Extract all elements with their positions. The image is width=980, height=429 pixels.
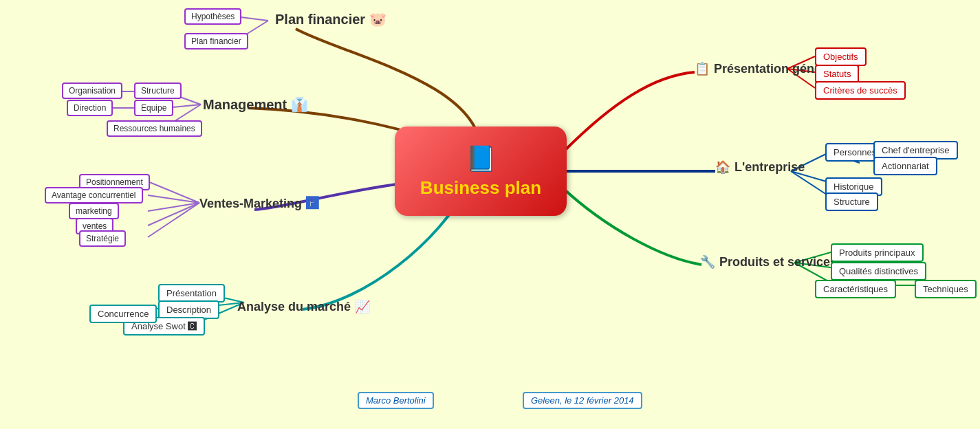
presentation-am-node: Présentation bbox=[158, 284, 225, 302]
management-branch: Management 👔 bbox=[203, 96, 308, 113]
plan-financier-branch: Plan financier 🐷 bbox=[275, 11, 386, 28]
svg-line-11 bbox=[148, 203, 199, 237]
svg-line-7 bbox=[148, 182, 199, 203]
ventes-marketing-label: Ventes-Marketing bbox=[199, 197, 302, 211]
plan-financier-label: Plan financier bbox=[275, 12, 365, 28]
ventes-marketing-branch: Ventes-Marketing 🅿 bbox=[199, 197, 318, 211]
date-label: Geleen, le 12 février 2014 bbox=[523, 392, 642, 409]
svg-line-0 bbox=[241, 17, 268, 21]
produits-principaux-node: Produits principaux bbox=[831, 243, 924, 262]
direction-node: Direction bbox=[67, 100, 113, 116]
strategie-node: Stratégie bbox=[79, 230, 126, 247]
caracteristiques-node: Caractéristiques bbox=[815, 280, 896, 298]
center-title: Business plan bbox=[420, 177, 541, 199]
hypotheses-node: Hypothèses bbox=[184, 8, 241, 25]
produits-services-label: Produits et services bbox=[719, 255, 837, 270]
date-text: Geleen, le 12 février 2014 bbox=[531, 395, 634, 406]
actionnariat-node: Actionnariat bbox=[873, 157, 937, 175]
equipe-node: Equipe bbox=[134, 100, 173, 116]
ps-icon: 🔧 bbox=[700, 254, 715, 270]
analyse-marche-label: Analyse du marché bbox=[237, 300, 351, 314]
ventes-marketing-icon: 🅿 bbox=[306, 197, 318, 211]
techniques-node: Techniques bbox=[915, 280, 977, 298]
structure-le-node: Structure bbox=[825, 192, 878, 211]
analyse-marche-icon: 📈 bbox=[355, 299, 370, 314]
qualites-node: Qualités distinctives bbox=[831, 262, 926, 280]
analyse-marche-branch: Analyse du marché 📈 bbox=[237, 299, 370, 314]
author-label: Marco Bertolini bbox=[358, 392, 434, 409]
author-text: Marco Bertolini bbox=[366, 395, 426, 406]
management-icon: 👔 bbox=[291, 96, 308, 113]
svg-line-23 bbox=[791, 171, 829, 196]
criteres-node: Critères de succès bbox=[815, 81, 906, 100]
structure-node: Structure bbox=[134, 82, 182, 99]
center-node: 📘 Business plan bbox=[395, 126, 567, 216]
plan-financier-icon: 🐷 bbox=[369, 11, 386, 28]
marketing-node: marketing bbox=[69, 203, 119, 219]
avantage-node: Avantage concurrentiel bbox=[45, 187, 143, 204]
organisation-node: Organisation bbox=[62, 82, 122, 99]
concurrence-node: Concurrence bbox=[89, 305, 157, 323]
svg-line-8 bbox=[148, 195, 199, 203]
pg-icon: 📋 bbox=[695, 61, 710, 76]
ressources-humaines-node: Ressources humaines bbox=[107, 120, 202, 137]
svg-line-9 bbox=[148, 203, 199, 211]
statuts-node: Statuts bbox=[815, 65, 859, 83]
lentreprise-icon: 🏠 bbox=[715, 160, 730, 175]
center-icon: 📘 bbox=[466, 144, 497, 173]
lentreprise-label: L'entreprise bbox=[734, 160, 805, 175]
lentreprise-branch: 🏠 L'entreprise bbox=[715, 160, 805, 175]
objectifs-node: Objectifs bbox=[815, 47, 867, 66]
plan-financier-child-node: Plan financier bbox=[184, 33, 248, 50]
produits-services-branch: 🔧 Produits et services bbox=[700, 254, 837, 270]
management-label: Management bbox=[203, 97, 287, 113]
svg-line-10 bbox=[148, 203, 199, 226]
description-node: Description bbox=[158, 300, 219, 319]
